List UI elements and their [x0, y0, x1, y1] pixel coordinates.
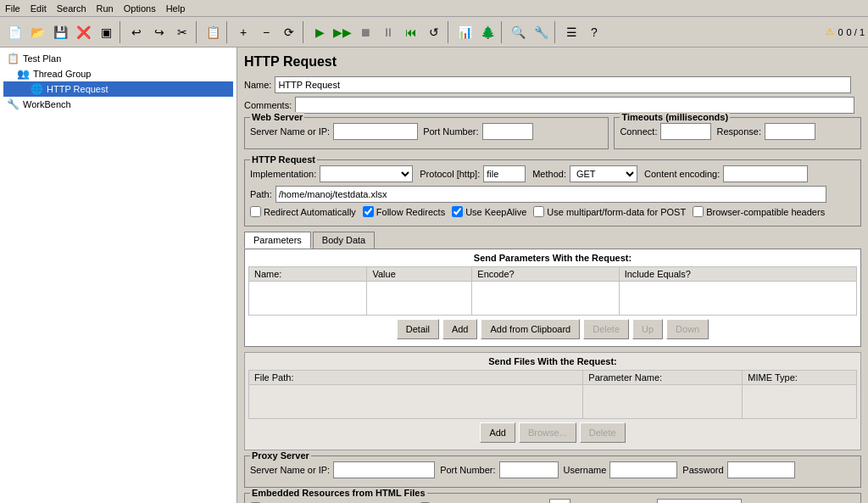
down-param-button[interactable]: Down: [666, 319, 709, 339]
path-label: Path:: [250, 189, 272, 199]
params-empty-row: [249, 282, 857, 316]
browser-headers-checkbox[interactable]: [693, 206, 704, 217]
keepalive-label[interactable]: Use KeepAlive: [452, 206, 526, 217]
add-file-button[interactable]: Add: [480, 422, 515, 443]
http-request-section: HTTP Request Implementation: HttpClient3…: [244, 159, 861, 226]
replay2-button[interactable]: ↺: [423, 21, 445, 43]
copy-button[interactable]: 📋: [202, 21, 224, 43]
up-param-button[interactable]: Up: [632, 319, 663, 339]
protocol-label: Protocol [http]:: [420, 169, 480, 179]
redirect-checkbox[interactable]: [250, 206, 261, 217]
run-all-button[interactable]: ▶▶: [331, 21, 353, 43]
separator-1: [120, 21, 123, 43]
toggle-button[interactable]: ▣: [95, 21, 117, 43]
detail-button[interactable]: Detail: [397, 319, 439, 339]
path-input[interactable]: [275, 186, 826, 203]
comments-row: Comments:: [244, 97, 861, 114]
run-button[interactable]: ▶: [309, 21, 331, 43]
connect-input[interactable]: [660, 123, 711, 140]
close-button[interactable]: ❌: [72, 21, 94, 43]
proxy-username-input[interactable]: [609, 461, 677, 478]
proxy-username-label: Username: [564, 465, 607, 475]
remove-button[interactable]: −: [255, 21, 277, 43]
save-button[interactable]: 💾: [49, 21, 71, 43]
menu-run[interactable]: Run: [92, 2, 119, 15]
delete-param-button[interactable]: Delete: [583, 319, 629, 339]
tree-item-http-request[interactable]: 🌐 HTTP Request: [3, 81, 233, 97]
params-table: Name: Value Encode? Include Equals?: [248, 266, 857, 316]
separator-7: [554, 21, 558, 43]
method-select[interactable]: GET POST PUT DELETE HEAD: [570, 165, 637, 182]
concurrent-size-input[interactable]: [549, 499, 570, 503]
multipart-checkbox[interactable]: [533, 206, 544, 217]
help-button[interactable]: ?: [583, 21, 605, 43]
redo-button[interactable]: ↪: [148, 21, 170, 43]
browse-file-button[interactable]: Browse...: [519, 422, 576, 443]
tab-parameters[interactable]: Parameters: [244, 232, 311, 249]
warning-icon: ⚠: [826, 26, 834, 37]
open-button[interactable]: 📂: [26, 21, 48, 43]
menu-help[interactable]: Help: [161, 2, 191, 15]
replay-button[interactable]: ⏮: [400, 21, 422, 43]
embedded-label: Embedded Resources from HTML Files: [250, 488, 427, 498]
protocol-input[interactable]: [483, 165, 526, 182]
menu-edit[interactable]: Edit: [25, 2, 52, 15]
encoding-input[interactable]: [723, 165, 808, 182]
new-button[interactable]: 📄: [3, 21, 25, 43]
proxy-password-input[interactable]: [727, 461, 795, 478]
implementation-row: Implementation: HttpClient3.1 HttpClient…: [250, 165, 855, 182]
proxy-port-input[interactable]: [499, 461, 559, 478]
response-input[interactable]: [765, 123, 815, 140]
tree-item-test-plan[interactable]: 📋 Test Plan: [3, 51, 233, 66]
name-input[interactable]: [275, 76, 851, 93]
clear-button[interactable]: ⟳: [278, 21, 300, 43]
add-from-clipboard-button[interactable]: Add from Clipboard: [481, 319, 580, 339]
tabs: Parameters Body Data: [244, 232, 861, 249]
follow-redirects-label[interactable]: Follow Redirects: [363, 206, 445, 217]
urls-match-input[interactable]: [657, 499, 742, 503]
menu-file[interactable]: File: [0, 2, 25, 15]
timeouts-label: Timeouts (milliseconds): [620, 112, 730, 122]
connect-label: Connect:: [620, 126, 657, 137]
menu-button[interactable]: ☰: [560, 21, 582, 43]
tree-button[interactable]: 🌲: [476, 21, 498, 43]
menu-options[interactable]: Options: [119, 2, 161, 15]
undo-button[interactable]: ↩: [125, 21, 147, 43]
multipart-label[interactable]: Use multipart/form-data for POST: [533, 206, 686, 217]
tree-item-thread-group[interactable]: 👥 Thread Group: [3, 66, 233, 81]
browser-headers-label[interactable]: Browser-compatible headers: [693, 206, 825, 217]
add-param-button[interactable]: Add: [442, 319, 478, 339]
keepalive-checkbox[interactable]: [452, 206, 463, 217]
menu-search[interactable]: Search: [52, 2, 92, 15]
proxy-password-label: Password: [682, 465, 723, 475]
port-input[interactable]: [482, 123, 533, 140]
follow-redirects-checkbox[interactable]: [363, 206, 374, 217]
search-button[interactable]: 🔍: [507, 21, 529, 43]
separator-5: [448, 21, 451, 43]
http-request-icon: 🌐: [31, 83, 43, 95]
implementation-select[interactable]: HttpClient3.1 HttpClient4 Java: [320, 165, 413, 182]
stop-all-button[interactable]: ⏸: [377, 21, 399, 43]
files-table: File Path: Parameter Name: MIME Type:: [248, 370, 857, 419]
add-button[interactable]: +: [232, 21, 254, 43]
proxy-server-input[interactable]: [333, 461, 435, 478]
cut-button[interactable]: ✂: [171, 21, 193, 43]
right-panel: HTTP Request Name: Comments: Web Server …: [237, 48, 868, 503]
server-name-label: Server Name or IP:: [250, 126, 330, 137]
params-col-value: Value: [367, 267, 472, 282]
separator-4: [303, 21, 306, 43]
server-name-input[interactable]: [333, 123, 418, 140]
toolbar: 📄 📂 💾 ❌ ▣ ↩ ↪ ✂ 📋 + − ⟳ ▶ ▶▶ ⏹ ⏸ ⏮ ↺ 📊 🌲…: [0, 17, 868, 48]
path-row: Path:: [250, 186, 855, 203]
function-button[interactable]: 🔧: [530, 21, 552, 43]
redirect-checkbox-label[interactable]: Redirect Automatically: [250, 206, 356, 217]
chart-button[interactable]: 📊: [453, 21, 476, 43]
delete-file-button[interactable]: Delete: [580, 422, 626, 443]
comments-input[interactable]: [295, 97, 854, 114]
stop-button[interactable]: ⏹: [354, 21, 376, 43]
page-info: 0 / 1: [847, 27, 865, 37]
tab-body-data[interactable]: Body Data: [313, 232, 375, 249]
tree-item-workbench[interactable]: 🔧 WorkBench: [3, 97, 233, 112]
test-plan-icon: 📋: [7, 53, 19, 64]
encoding-label: Content encoding:: [644, 169, 720, 179]
